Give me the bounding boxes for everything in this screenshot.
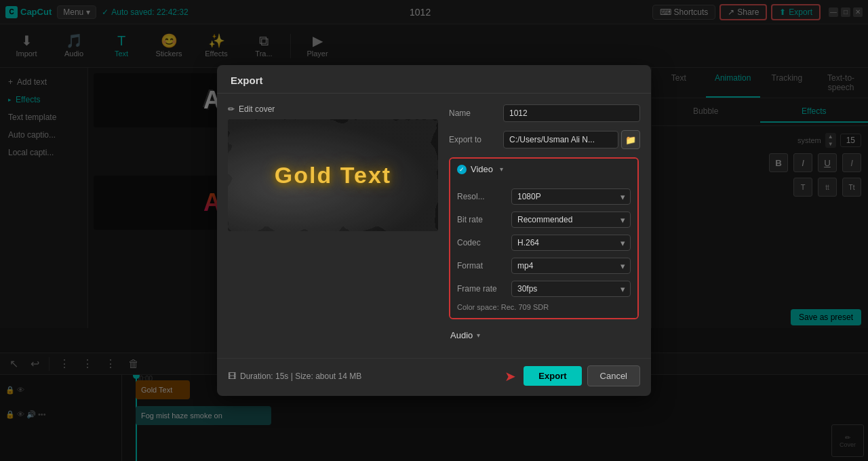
codec-row: Codec H.264 H.265 [457, 231, 631, 254]
format-select[interactable]: mp4 mov avi [511, 258, 631, 274]
audio-collapse-icon: ▾ [477, 332, 480, 339]
export-btn-wrapper: ➤ Export [524, 366, 581, 386]
resolution-select[interactable]: 1080P 720P 4K [511, 188, 631, 205]
modal-export-button[interactable]: Export [524, 366, 581, 386]
pencil-icon-cover: ✏ [228, 104, 235, 114]
audio-section: Audio ▾ Format MP3 AAC WAV [449, 326, 639, 347]
audio-section-content: Format MP3 AAC WAV [449, 344, 639, 347]
video-section-header[interactable]: ✓ Video ▾ [450, 159, 637, 180]
framerate-select-wrap: 30fps 24fps 60fps [511, 281, 631, 297]
bitrate-select-wrap: Recommended Low High [511, 212, 631, 228]
export-to-row: Export to 📁 [449, 130, 640, 149]
duration-text: Duration: 15s | Size: about 14 MB [240, 372, 361, 381]
format-select-wrap: mp4 mov avi [511, 258, 631, 274]
export-modal: Export ✏ Edit cover [217, 65, 651, 396]
folder-button[interactable]: 📁 [621, 130, 640, 149]
video-check: ✓ [457, 165, 467, 174]
framerate-row: Frame rate 30fps 24fps 60fps [457, 277, 631, 300]
bitrate-label: Bit rate [457, 215, 511, 224]
modal-preview-section: ✏ Edit cover Gold Text [228, 104, 438, 347]
name-row: Name [449, 104, 640, 122]
bitrate-row: Bit rate Recommended Low High [457, 208, 631, 231]
format-label: Format [457, 261, 511, 270]
footer-buttons: ➤ Export Cancel [524, 365, 640, 386]
name-label: Name [449, 108, 503, 118]
resolution-label: Resol... [457, 192, 511, 201]
modal-overlay: Export ✏ Edit cover [0, 0, 868, 461]
codec-select[interactable]: H.264 H.265 [511, 235, 631, 251]
framerate-label: Frame rate [457, 284, 511, 294]
codec-select-wrap: H.264 H.265 [511, 235, 631, 251]
modal-cancel-button[interactable]: Cancel [587, 365, 640, 386]
edit-cover-button[interactable]: ✏ Edit cover [228, 104, 438, 114]
color-space-label: Color space: Rec. 709 SDR [457, 300, 631, 313]
bitrate-select[interactable]: Recommended Low High [511, 212, 631, 228]
video-section-content: Resol... 1080P 720P 4K [450, 180, 637, 318]
arrow-indicator: ➤ [505, 368, 516, 384]
resolution-row: Resol... 1080P 720P 4K [457, 185, 631, 208]
gold-text-preview: Gold Text [275, 162, 391, 188]
export-path-input[interactable] [503, 131, 618, 148]
framerate-select[interactable]: 30fps 24fps 60fps [511, 281, 631, 297]
duration-info: 🎞 Duration: 15s | Size: about 14 MB [228, 372, 361, 381]
film-icon: 🎞 [228, 372, 236, 381]
modal-title: Export [217, 65, 651, 94]
modal-settings-section: Name Export to 📁 ✓ Video [449, 104, 640, 347]
audio-section-header[interactable]: Audio ▾ [449, 326, 639, 344]
modal-body: ✏ Edit cover Gold Text [217, 94, 651, 358]
resolution-select-wrap: 1080P 720P 4K [511, 188, 631, 205]
modal-footer: 🎞 Duration: 15s | Size: about 14 MB ➤ Ex… [217, 358, 651, 396]
format-row: Format mp4 mov avi [457, 254, 631, 277]
folder-icon: 📁 [625, 135, 636, 145]
codec-label: Codec [457, 238, 511, 247]
video-collapse-icon: ▾ [500, 165, 503, 173]
modal-scroll-area[interactable]: ✓ Video ▾ Resol... 1080P 720P [449, 157, 640, 347]
name-input[interactable] [503, 104, 640, 122]
preview-thumbnail: Gold Text [228, 119, 438, 231]
export-to-label: Export to [449, 135, 503, 144]
video-section: ✓ Video ▾ Resol... 1080P 720P [449, 157, 639, 319]
